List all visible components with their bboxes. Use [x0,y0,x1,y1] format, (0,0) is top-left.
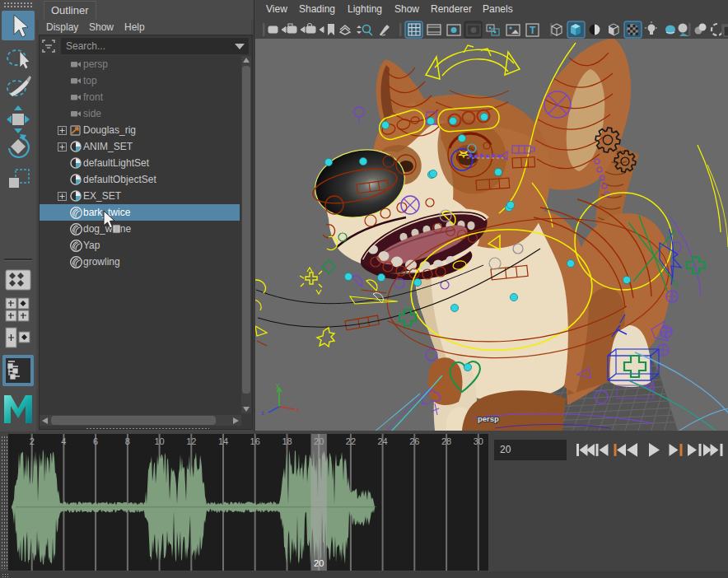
svg-text:8: 8 [125,436,130,446]
svg-text:6: 6 [93,436,98,446]
svg-text:x: x [296,406,300,413]
svg-text:2: 2 [30,436,35,446]
svg-text:20: 20 [314,558,324,568]
svg-text:20: 20 [314,436,324,446]
svg-text:z: z [261,409,264,417]
svg-text:12: 12 [186,436,196,446]
svg-text:26: 26 [409,436,419,446]
svg-text:24: 24 [377,436,387,446]
svg-text:T: T [530,25,536,36]
svg-text:14: 14 [218,436,228,446]
svg-text:y: y [276,381,279,389]
svg-text:persp: persp [478,414,499,423]
svg-text:30: 30 [474,436,483,446]
svg-text:28: 28 [441,436,451,446]
svg-text:10: 10 [154,436,164,446]
svg-text:18: 18 [282,436,292,446]
svg-text:16: 16 [250,436,260,446]
svg-text:4: 4 [61,436,66,446]
svg-text:22: 22 [346,436,356,446]
